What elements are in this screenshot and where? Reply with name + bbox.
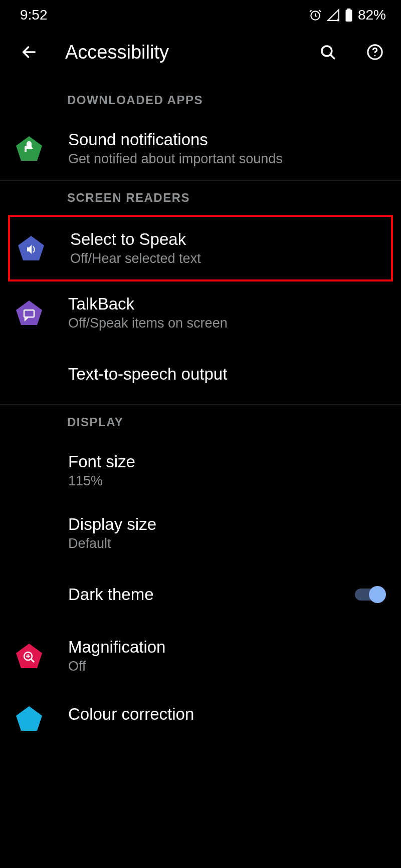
- talkback-icon: [15, 299, 43, 327]
- search-icon: [319, 44, 336, 61]
- select-to-speak-icon: [17, 234, 45, 262]
- item-talkback[interactable]: TalkBack Off/Speak items on screen: [0, 281, 401, 344]
- app-bar: Accessibility: [0, 28, 401, 83]
- item-display-size[interactable]: Display size Default: [0, 502, 401, 564]
- battery-icon: [345, 9, 353, 22]
- item-title: Magnification: [68, 638, 386, 657]
- item-select-to-speak[interactable]: Select to Speak Off/Hear selected text: [8, 215, 393, 281]
- item-title: Font size: [68, 452, 386, 471]
- item-sound-notifications[interactable]: Sound notifications Get notified about i…: [0, 117, 401, 180]
- section-header-screenreaders: SCREEN READERS: [0, 181, 401, 215]
- item-title: Select to Speak: [70, 230, 384, 249]
- sound-notifications-icon: [15, 135, 43, 163]
- magnification-icon: [15, 642, 43, 670]
- item-title: Sound notifications: [68, 130, 386, 149]
- back-arrow-icon: [21, 44, 38, 61]
- section-header-display: DISPLAY: [0, 405, 401, 439]
- item-subtitle: 115%: [68, 473, 386, 489]
- item-colour-correction[interactable]: Colour correction: [0, 687, 401, 728]
- svg-rect-11: [25, 146, 27, 152]
- svg-marker-20: [16, 706, 42, 731]
- help-icon: [366, 44, 383, 61]
- section-header-downloaded: DOWNLOADED APPS: [0, 83, 401, 117]
- item-title: TalkBack: [68, 295, 386, 314]
- status-time: 9:52: [20, 7, 48, 23]
- item-subtitle: Off: [68, 659, 386, 674]
- item-subtitle: Off/Speak items on screen: [68, 316, 386, 331]
- item-magnification[interactable]: Magnification Off: [0, 625, 401, 687]
- svg-marker-13: [16, 301, 42, 325]
- item-dark-theme[interactable]: Dark theme: [0, 564, 401, 625]
- item-font-size[interactable]: Font size 115%: [0, 439, 401, 502]
- status-bar: 9:52 x 82%: [0, 0, 401, 28]
- dark-theme-toggle[interactable]: [355, 586, 386, 603]
- svg-line-7: [330, 55, 334, 59]
- item-subtitle: Get notified about important sounds: [68, 151, 386, 167]
- item-title: Colour correction: [68, 705, 386, 724]
- item-subtitle: Off/Hear selected text: [70, 251, 384, 266]
- item-title: Dark theme: [68, 585, 330, 604]
- status-right: x 82%: [309, 7, 386, 23]
- item-tts[interactable]: Text-to-speech output: [0, 344, 401, 404]
- svg-point-9: [374, 55, 376, 57]
- page-title: Accessibility: [65, 42, 292, 63]
- signal-icon: x: [327, 9, 340, 22]
- colour-correction-icon: [15, 705, 43, 733]
- item-title: Text-to-speech output: [68, 365, 386, 384]
- search-button[interactable]: [317, 41, 339, 63]
- alarm-icon: [309, 9, 322, 22]
- item-title: Display size: [68, 515, 386, 534]
- status-battery: 82%: [358, 7, 386, 23]
- svg-text:x: x: [336, 17, 339, 22]
- help-button[interactable]: [364, 41, 386, 63]
- back-button[interactable]: [18, 41, 40, 63]
- item-subtitle: Default: [68, 536, 386, 551]
- svg-rect-3: [347, 9, 351, 10]
